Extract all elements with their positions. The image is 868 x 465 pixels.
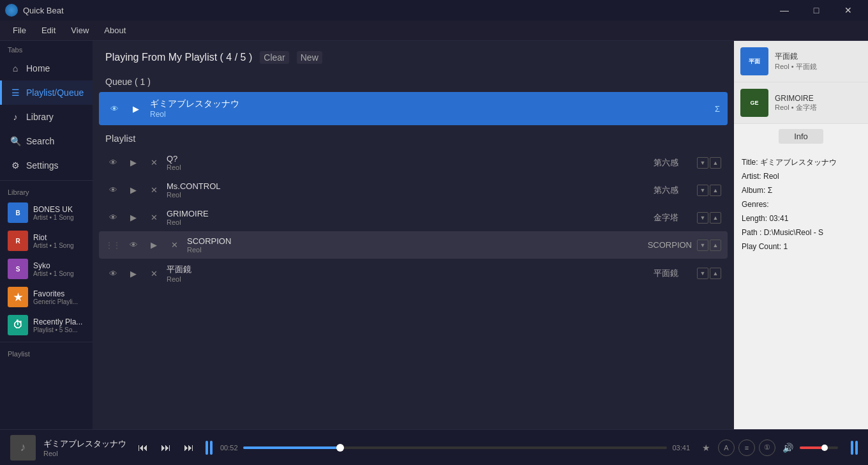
- prev-button[interactable]: ⏮: [134, 439, 152, 457]
- star-button[interactable]: ★: [698, 439, 714, 456]
- recently-text: Recently Pla... Playlist • 5 So...: [33, 317, 85, 333]
- new-button[interactable]: New: [297, 51, 322, 64]
- library-item-recently[interactable]: ⏱ Recently Pla... Playlist • 5 So...: [3, 312, 90, 339]
- library-item-riot[interactable]: R Riot Artist • 1 Song: [3, 227, 90, 254]
- info-path-value: D:\Music\Reol - S: [764, 228, 823, 237]
- np-text-heimen: 平面鏡 Reol • 平面鏡: [775, 51, 862, 72]
- queue-eye-btn[interactable]: 👁: [107, 101, 122, 116]
- eye-btn-3[interactable]: 👁: [105, 210, 121, 225]
- pause-button[interactable]: [206, 441, 213, 455]
- playlist-row-3[interactable]: 👁 ▶ ✕ GRIMOIRE Reol 金字塔 ▼ ▲: [99, 204, 728, 231]
- remove-btn-4[interactable]: ✕: [167, 238, 182, 253]
- maximize-button[interactable]: □: [802, 0, 831, 20]
- np-card-heimen[interactable]: 平面 平面鏡 Reol • 平面鏡: [734, 41, 868, 82]
- sidebar-item-settings[interactable]: ⚙ Settings: [0, 153, 93, 178]
- progress-bar[interactable]: [243, 446, 668, 449]
- move-down-3[interactable]: ▼: [697, 212, 708, 224]
- volume-fill: [800, 446, 825, 449]
- info-path-label: Path :: [742, 228, 761, 237]
- play-btn-4[interactable]: ▶: [146, 238, 161, 253]
- track-info-2: Ms.CONTROL Reol: [167, 181, 648, 199]
- sidebar-item-search[interactable]: 🔍 Search: [0, 129, 93, 153]
- playlist-row-5[interactable]: 👁 ▶ ✕ 平面鏡 Reol 平面鏡 ▼ ▲: [99, 259, 728, 288]
- sidebar-item-home[interactable]: ⌂ Home: [0, 56, 93, 80]
- sidebar-item-playlist-label: Playlist/Queue: [26, 88, 84, 98]
- play-btn-3[interactable]: ▶: [126, 210, 141, 225]
- riot-sub: Artist • 1 Song: [33, 242, 85, 249]
- move-up-4[interactable]: ▲: [710, 240, 721, 251]
- track-name-5: 平面鏡: [167, 264, 648, 275]
- sidebar-item-playlist[interactable]: ☰ Playlist/Queue: [0, 80, 93, 105]
- syko-text: Syko Artist • 1 Song: [33, 261, 85, 277]
- close-button[interactable]: ✕: [834, 0, 863, 20]
- np-thumb-grimoire: GE: [740, 89, 768, 117]
- eye-btn-4[interactable]: 👁: [126, 238, 141, 253]
- info-artist-value: Reol: [763, 172, 779, 181]
- playlist-row-2[interactable]: 👁 ▶ ✕ Ms.CONTROL Reol 第六感 ▼ ▲: [99, 176, 728, 204]
- info-length-value: 03:41: [769, 214, 788, 223]
- recently-thumb: ⏱: [8, 315, 28, 335]
- playlist-row-4[interactable]: ⋮⋮ 👁 ▶ ✕ SCORPION Reol SCORPION ▼ ▲: [99, 231, 728, 259]
- queue-track-album: Σ: [715, 104, 720, 114]
- move-up-3[interactable]: ▲: [710, 212, 721, 224]
- loop-button[interactable]: A: [718, 439, 735, 456]
- library-item-bones[interactable]: B BONES UK Artist • 1 Song: [3, 199, 90, 226]
- np-card-grimoire[interactable]: GE GRIMOIRE Reol • 金字塔: [734, 82, 868, 124]
- drag-handle-4[interactable]: ⋮⋮: [105, 241, 121, 250]
- sidebar-playlist-label: Playlist: [0, 345, 93, 360]
- play-btn-5[interactable]: ▶: [126, 266, 141, 281]
- queue-play-btn[interactable]: ▶: [128, 101, 144, 116]
- move-down-4[interactable]: ▼: [697, 240, 708, 251]
- library-item-syko[interactable]: S Syko Artist • 1 Song: [3, 255, 90, 282]
- move-up-2[interactable]: ▲: [710, 185, 721, 196]
- loop-ab-button[interactable]: ≡: [738, 439, 755, 456]
- sidebar-item-library[interactable]: ♪ Library: [0, 105, 93, 129]
- progress-thumb: [336, 444, 344, 452]
- eye-btn-1[interactable]: 👁: [105, 155, 121, 171]
- move-down-2[interactable]: ▼: [697, 185, 708, 196]
- remove-btn-1[interactable]: ✕: [146, 155, 161, 171]
- play-btn-2[interactable]: ▶: [126, 183, 141, 198]
- eye-btn-5[interactable]: 👁: [105, 266, 121, 281]
- np-thumb-grimoire-text: GE: [750, 100, 758, 106]
- next-button[interactable]: ⏭: [180, 439, 198, 457]
- menu-view[interactable]: View: [63, 23, 96, 38]
- info-button[interactable]: Info: [779, 129, 823, 144]
- menu-file[interactable]: File: [5, 23, 34, 38]
- clear-button[interactable]: Clear: [260, 51, 288, 64]
- info-album-value: Σ: [768, 186, 772, 195]
- pause-bar-r2: [855, 441, 858, 455]
- remove-btn-2[interactable]: ✕: [146, 183, 161, 198]
- count-button[interactable]: ①: [759, 439, 775, 456]
- library-item-favorites[interactable]: ★ Favorites Generic Playli...: [3, 284, 90, 310]
- track-artist-5: Reol: [167, 275, 648, 283]
- pause-indicator-right[interactable]: [851, 441, 858, 455]
- volume-bar[interactable]: [800, 446, 838, 449]
- move-down-1[interactable]: ▼: [697, 157, 708, 169]
- remove-btn-5[interactable]: ✕: [146, 266, 161, 281]
- order-btns-2: ▼ ▲: [697, 185, 721, 196]
- minimize-button[interactable]: —: [770, 0, 799, 20]
- menu-about[interactable]: About: [96, 23, 133, 38]
- menu-edit[interactable]: Edit: [34, 23, 63, 38]
- move-down-5[interactable]: ▼: [697, 268, 708, 279]
- info-playcount-row: Play Count: 1: [742, 241, 860, 252]
- skip-back-button[interactable]: ⏭: [157, 439, 175, 457]
- remove-btn-3[interactable]: ✕: [146, 210, 161, 225]
- move-up-5[interactable]: ▲: [710, 268, 721, 279]
- eye-btn-2[interactable]: 👁: [105, 183, 121, 198]
- play-btn-1[interactable]: ▶: [126, 155, 141, 171]
- info-genres-row: Genres:: [742, 199, 860, 210]
- track-album-1: 第六感: [654, 157, 692, 169]
- track-album-2: 第六感: [654, 185, 692, 196]
- current-time: 00:52: [220, 444, 238, 452]
- volume-icon-btn[interactable]: 🔊: [779, 439, 796, 456]
- queue-active-item[interactable]: 👁 ▶ ギミアブレスタッナウ Reol Σ: [99, 92, 728, 125]
- sidebar-item-home-label: Home: [26, 63, 50, 73]
- move-up-1[interactable]: ▲: [710, 157, 721, 169]
- playlist-row-1[interactable]: 👁 ▶ ✕ Q? Reol 第六感 ▼ ▲: [99, 149, 728, 176]
- riot-thumb: R: [8, 231, 28, 251]
- window-controls: — □ ✕: [770, 0, 863, 20]
- right-panel: 平面 平面鏡 Reol • 平面鏡 GE GRIMOIRE Reol • 金字塔…: [734, 41, 868, 429]
- order-btns-4: ▼ ▲: [697, 240, 721, 251]
